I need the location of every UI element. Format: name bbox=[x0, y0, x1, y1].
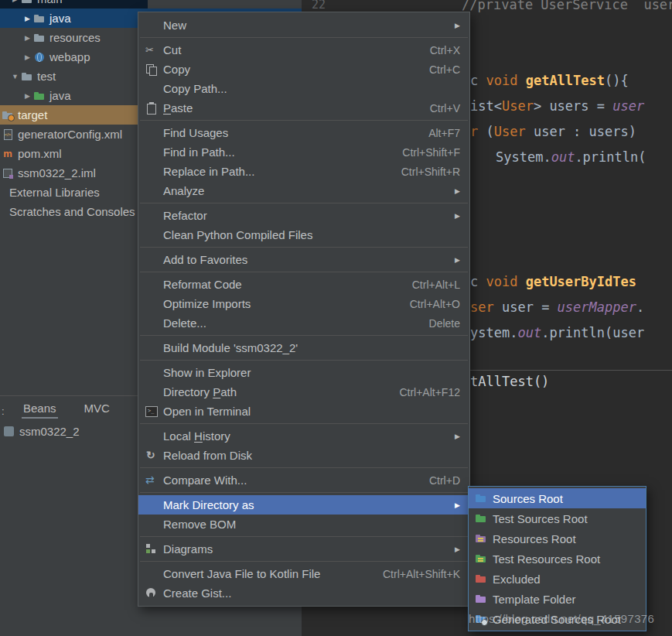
list-item-label: ssm0322_2 bbox=[19, 425, 80, 438]
submenu-item-template-folder[interactable]: Template Folder bbox=[469, 589, 646, 609]
folder-icon bbox=[33, 32, 46, 44]
code-token: void bbox=[486, 274, 525, 289]
bars-mark-icon bbox=[478, 538, 483, 539]
menu-shortcut: Ctrl+V bbox=[414, 102, 460, 115]
menu-item-optimize-imports[interactable]: Optimize ImportsCtrl+Alt+O bbox=[138, 294, 469, 313]
menu-item-analyze[interactable]: Analyze▶ bbox=[138, 181, 469, 200]
menu-separator bbox=[140, 561, 468, 562]
menu-item-directory-path[interactable]: Directory PathCtrl+Alt+F12 bbox=[138, 382, 469, 402]
menu-shortcut: Ctrl+Alt+L bbox=[397, 279, 460, 291]
menu-item-cut[interactable]: CutCtrl+X bbox=[138, 40, 469, 60]
code-token: user : users) bbox=[534, 124, 636, 139]
expand-arrow-icon[interactable]: ▶ bbox=[22, 53, 33, 61]
code-token: userMapper bbox=[558, 299, 636, 315]
submenu-item-test-sources-root[interactable]: Test Sources Root bbox=[469, 508, 646, 528]
submenu-item-test-resources-root[interactable]: Test Resources Root bbox=[469, 549, 646, 569]
code-token: User bbox=[494, 124, 534, 139]
menu-item-find-in-path[interactable]: Find in Path...Ctrl+Shift+F bbox=[138, 142, 469, 162]
mark-directory-as-submenu: Sources RootTest Sources RootResources R… bbox=[468, 486, 646, 631]
menu-item-mark-directory-as[interactable]: Mark Directory as▶ bbox=[138, 495, 469, 515]
icon-spacer bbox=[145, 297, 159, 311]
expand-arrow-icon[interactable]: ▶ bbox=[9, 0, 21, 3]
code-line: ist<User> users = user bbox=[470, 98, 644, 114]
menu-item-local-history[interactable]: Local History▶ bbox=[138, 426, 469, 446]
test-resources-root-folder-icon bbox=[475, 552, 487, 565]
menu-item-create-gist[interactable]: Create Gist... bbox=[138, 583, 469, 603]
icon-spacer bbox=[145, 184, 159, 198]
menu-item-open-in-terminal[interactable]: Open in Terminal bbox=[138, 402, 469, 421]
icon-spacer bbox=[145, 209, 159, 223]
code-token: > users = bbox=[534, 98, 612, 114]
menu-separator bbox=[140, 492, 468, 493]
submenu-item-label: Resources Root bbox=[493, 532, 576, 545]
menu-item-copy-path[interactable]: Copy Path... bbox=[138, 79, 469, 98]
menu-item-diagrams[interactable]: Diagrams▶ bbox=[138, 539, 469, 559]
menu-item-label: Find Usages bbox=[163, 126, 228, 139]
expand-arrow-icon[interactable]: ▼ bbox=[9, 73, 21, 80]
expand-arrow-icon[interactable]: ▶ bbox=[22, 92, 33, 100]
menu-item-label: Create Gist... bbox=[163, 586, 231, 600]
menu-item-remove-bom[interactable]: Remove BOM bbox=[138, 515, 469, 534]
submenu-item-resources-root[interactable]: Resources Root bbox=[469, 528, 646, 549]
menu-item-paste[interactable]: PasteCtrl+V bbox=[138, 98, 469, 118]
icon-spacer bbox=[145, 228, 159, 242]
tree-item-label: resources bbox=[49, 31, 101, 44]
menu-item-label: Reformat Code bbox=[163, 278, 242, 291]
menu-item-label: Convert Java File to Kotlin File bbox=[163, 567, 320, 580]
folder-target-icon bbox=[2, 109, 14, 121]
icon-spacer bbox=[145, 278, 159, 292]
tab-mvc[interactable]: MVC bbox=[83, 400, 111, 421]
code-token: out bbox=[551, 149, 575, 165]
menu-item-show-in-explorer[interactable]: Show in Explorer bbox=[138, 363, 469, 382]
submenu-item-label: Excluded bbox=[493, 573, 541, 586]
menu-separator bbox=[140, 335, 468, 336]
menu-item-label: Cut bbox=[163, 43, 181, 56]
terminal-icon bbox=[145, 405, 159, 419]
icon-spacer bbox=[145, 498, 159, 512]
menu-item-convert-java-file-to-kotlin-file[interactable]: Convert Java File to Kotlin FileCtrl+Alt… bbox=[138, 564, 469, 583]
menu-separator bbox=[140, 272, 468, 272]
excluded-folder-icon bbox=[475, 573, 487, 585]
menu-item-label: Replace in Path... bbox=[163, 165, 254, 178]
menu-item-reload-from-disk[interactable]: Reload from Disk bbox=[138, 446, 469, 465]
menu-item-label: Copy bbox=[163, 63, 190, 76]
code-token: tAllTest() bbox=[470, 374, 549, 389]
tab-beans[interactable]: Beans bbox=[22, 400, 58, 421]
menu-shortcut: Ctrl+D bbox=[414, 474, 460, 487]
menu-item-reformat-code[interactable]: Reformat CodeCtrl+Alt+L bbox=[138, 275, 469, 294]
code-line: c void getAllTest(){ bbox=[470, 73, 629, 88]
folder-green-icon bbox=[33, 90, 46, 102]
menu-item-label: Refactor bbox=[163, 209, 207, 222]
menu-item-find-usages[interactable]: Find UsagesAlt+F7 bbox=[138, 123, 469, 142]
code-token: getUserByIdTes bbox=[526, 274, 636, 289]
tree-item-main[interactable]: ▶main bbox=[0, 0, 148, 9]
icon-spacer bbox=[145, 366, 159, 380]
menu-item-clean-python-compiled-files[interactable]: Clean Python Compiled Files bbox=[138, 225, 469, 244]
menu-item-replace-in-path[interactable]: Replace in Path...Ctrl+Shift+R bbox=[138, 162, 469, 181]
submenu-item-label: Template Folder bbox=[493, 593, 576, 606]
expand-arrow-icon[interactable]: ▶ bbox=[22, 15, 33, 22]
menu-shortcut: Ctrl+C bbox=[414, 63, 460, 76]
menu-separator bbox=[140, 37, 468, 38]
submenu-item-excluded[interactable]: Excluded bbox=[469, 569, 646, 589]
icon-spacer bbox=[145, 518, 159, 532]
menu-item-delete[interactable]: Delete...Delete bbox=[138, 313, 469, 333]
submenu-item-sources-root[interactable]: Sources Root bbox=[469, 488, 646, 508]
menu-item-label: Find in Path... bbox=[163, 145, 235, 159]
menu-item-new[interactable]: New▶ bbox=[138, 15, 469, 35]
tree-item-label: main bbox=[37, 0, 63, 5]
menu-item-refactor[interactable]: Refactor▶ bbox=[138, 206, 469, 225]
menu-item-add-to-favorites[interactable]: Add to Favorites▶ bbox=[138, 250, 469, 269]
icon-spacer bbox=[145, 145, 159, 159]
menu-item-compare-with[interactable]: Compare With...Ctrl+D bbox=[138, 470, 469, 490]
menu-shortcut: Delete bbox=[414, 317, 460, 330]
code-token: r bbox=[470, 124, 486, 139]
expand-arrow-icon[interactable]: ▶ bbox=[22, 34, 33, 42]
menu-item-label: Show in Explorer bbox=[163, 366, 251, 379]
menu-item-build-module-ssm0322-2[interactable]: Build Module 'ssm0322_2' bbox=[138, 338, 469, 357]
code-token: .println( bbox=[575, 149, 646, 165]
menu-item-copy[interactable]: CopyCtrl+C bbox=[138, 60, 469, 79]
list-item-ssm0322-2[interactable]: ssm0322_2 bbox=[4, 425, 80, 438]
menu-separator bbox=[140, 247, 468, 248]
menu-shortcut: Ctrl+Alt+F12 bbox=[384, 386, 460, 398]
